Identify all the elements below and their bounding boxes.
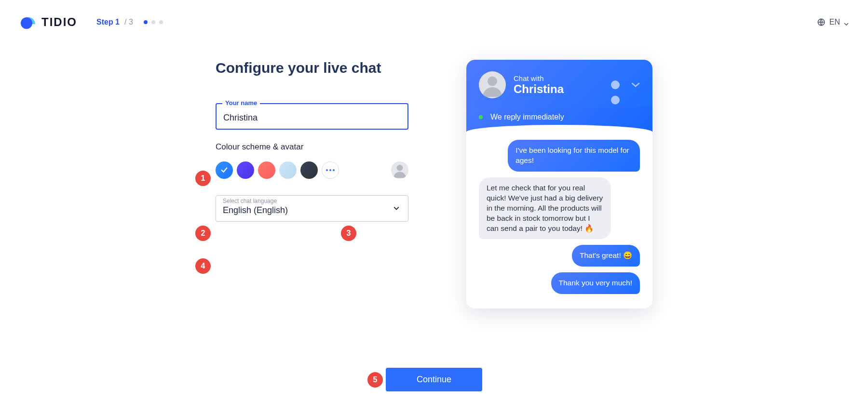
online-status-dot-icon: [479, 115, 483, 119]
svg-point-2: [397, 165, 403, 171]
step-dot-2: [151, 20, 155, 24]
chat-card: Chat with Christina We reply immediately: [466, 60, 652, 308]
color-section-label: Colour scheme & avatar: [216, 142, 408, 152]
continue-button[interactable]: Continue: [386, 368, 482, 391]
svg-point-3: [488, 77, 497, 86]
step-current-label: Step 1: [96, 18, 120, 27]
chat-message-user: I've been looking for this model for age…: [508, 140, 640, 172]
chat-operator-name: Christina: [514, 82, 564, 96]
chat-with-label: Chat with: [514, 74, 564, 82]
swatch-indigo[interactable]: [237, 161, 254, 179]
language-code: EN: [829, 18, 840, 27]
chat-status-text: We reply immediately: [490, 113, 564, 121]
main-content: Configure your live chat 1 2 3 4 Your na…: [0, 40, 868, 308]
chat-message-agent: Let me check that for you real quick! We…: [479, 177, 611, 240]
callout-badge-1: 1: [195, 171, 211, 186]
color-swatch-row: [216, 161, 408, 179]
swatch-charcoal[interactable]: [300, 161, 318, 179]
chat-header: Chat with Christina: [466, 60, 652, 107]
callout-badge-4: 4: [195, 258, 211, 274]
chat-status-row: We reply immediately: [466, 107, 652, 133]
callout-badge-2: 2: [195, 226, 211, 241]
language-select-label: Select chat language: [223, 198, 277, 204]
language-select-value: English (English): [223, 205, 401, 215]
language-picker[interactable]: EN: [817, 18, 849, 27]
header-bar: TIDIO Step 1 / 3 EN: [0, 0, 868, 40]
header-left: TIDIO Step 1 / 3: [19, 13, 163, 31]
callout-badge-5: 5: [367, 372, 383, 388]
caret-down-icon: [844, 20, 849, 25]
swatch-more-button[interactable]: [322, 161, 339, 179]
language-select[interactable]: Select chat language English (English): [216, 195, 408, 222]
minimize-chevron-icon[interactable]: [631, 80, 640, 89]
caret-down-icon: [393, 204, 399, 213]
avatar-preview-button[interactable]: [391, 161, 408, 179]
chat-message-user: That's great! 😄: [572, 245, 640, 267]
swatch-blue[interactable]: [216, 161, 233, 179]
chat-preview: Chat with Christina We reply immediately: [466, 60, 652, 308]
chat-header-actions: [611, 80, 640, 89]
kebab-menu-icon[interactable]: [611, 80, 620, 89]
step-dots: [144, 20, 163, 24]
name-input[interactable]: [223, 113, 401, 123]
swatch-lightblue[interactable]: [279, 161, 297, 179]
svg-point-0: [21, 17, 32, 29]
chat-message-user: Thank you very much!: [551, 272, 640, 294]
step-dot-1: [144, 20, 148, 24]
step-indicator: Step 1 / 3: [96, 18, 163, 27]
name-field-wrap: Your name: [216, 103, 408, 130]
avatar-icon: [479, 71, 506, 98]
callout-badge-3: 3: [341, 226, 356, 241]
chat-body: I've been looking for this model for age…: [466, 133, 652, 308]
step-dot-3: [159, 20, 163, 24]
name-field-label: Your name: [222, 99, 260, 107]
footer-inner: 5 Continue: [386, 368, 482, 391]
step-total-label: / 3: [124, 18, 133, 27]
chat-title-group: Chat with Christina: [514, 74, 564, 96]
brand-name: TIDIO: [41, 15, 77, 29]
brand-logo: TIDIO: [19, 13, 77, 31]
tidio-logo-icon: [19, 13, 37, 31]
globe-icon: [817, 18, 826, 27]
svg-point-4: [611, 80, 620, 89]
swatch-coral[interactable]: [258, 161, 275, 179]
page-title: Configure your live chat: [216, 60, 408, 76]
footer-bar: 5 Continue: [0, 357, 868, 402]
configure-form: Configure your live chat 1 2 3 4 Your na…: [216, 60, 408, 308]
svg-point-5: [611, 96, 620, 105]
